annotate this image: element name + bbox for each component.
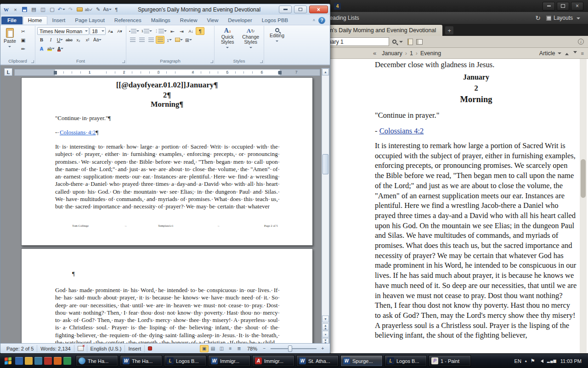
undo-icon[interactable]: ↶ xyxy=(57,6,65,13)
dialog-launcher-icon[interactable] xyxy=(260,60,263,63)
format-painter-button[interactable]: ✏ xyxy=(19,45,28,52)
select-browse-object-icon[interactable]: ● xyxy=(322,331,329,338)
line-spacing-button[interactable]: ↕ xyxy=(165,36,174,44)
strikethrough-button[interactable]: abe xyxy=(65,36,74,44)
close-document-icon[interactable]: × xyxy=(11,6,19,13)
align-center-button[interactable] xyxy=(137,36,146,44)
tab-logos-pbb[interactable]: Logos PBB xyxy=(257,17,293,24)
article-selector[interactable]: Article xyxy=(539,50,563,57)
previous-article-icon[interactable] xyxy=(565,51,569,55)
tab-devotional[interactable]: Spurgeon's Daily Morning and Evening Dev… xyxy=(330,25,442,36)
logos-minimize-button[interactable] xyxy=(543,2,555,11)
bold-button[interactable]: B xyxy=(37,36,46,44)
taskbar-window-button[interactable]: AImmigr... xyxy=(252,355,294,367)
decrease-indent-button[interactable]: ⇤ xyxy=(168,27,177,35)
zoom-slider-thumb[interactable] xyxy=(288,345,292,352)
info-icon[interactable]: i xyxy=(578,39,584,45)
grow-font-button[interactable]: A▴ xyxy=(106,27,115,35)
dialog-launcher-icon[interactable] xyxy=(122,60,125,63)
breadcrumb-month[interactable]: January xyxy=(381,50,403,57)
scrollbar-thumb[interactable] xyxy=(581,159,586,198)
web-layout-button[interactable]: ◫ xyxy=(217,345,226,352)
panel-icon[interactable] xyxy=(416,39,423,45)
quick-launch-icon[interactable] xyxy=(63,357,71,365)
taskbar-window-button[interactable]: WSt. Atha... xyxy=(296,355,339,367)
copy-button[interactable]: ▣ xyxy=(19,36,28,44)
right-indent-marker[interactable] xyxy=(278,71,282,75)
dialog-launcher-icon[interactable] xyxy=(210,60,213,63)
minimize-button[interactable] xyxy=(279,6,292,13)
volume-icon[interactable] xyxy=(539,359,543,363)
full-screen-reading-button[interactable]: ▤ xyxy=(209,345,217,352)
colossians-link[interactable]: Colossians 4:2 xyxy=(379,126,424,135)
taskbar-window-button[interactable]: WImmigr... xyxy=(208,355,250,367)
zoom-level[interactable]: 78% xyxy=(247,346,257,351)
shading-button[interactable] xyxy=(174,36,184,44)
formatting-marks-icon[interactable]: ¶ xyxy=(113,6,120,13)
scrollbar-thumb[interactable] xyxy=(322,154,328,174)
show-hidden-icons-icon[interactable]: ▴ xyxy=(525,359,527,363)
font-color-button[interactable]: A xyxy=(56,45,65,52)
underline-button[interactable]: U xyxy=(56,36,64,44)
draft-view-button[interactable]: ≣ xyxy=(235,345,243,352)
cut-button[interactable]: ✂ xyxy=(19,27,28,35)
open-icon[interactable] xyxy=(76,6,84,13)
document-page[interactable]: ¶ God· has· made· prominent· in· his· Wo… xyxy=(21,248,313,343)
spelling-grammar-icon[interactable]: ab✓ xyxy=(85,6,93,13)
help-icon[interactable]: ? xyxy=(318,17,325,24)
tab-developer[interactable]: Developer xyxy=(223,17,256,24)
tab-insert[interactable]: Insert xyxy=(48,17,70,24)
logos-close-button[interactable]: × xyxy=(571,2,583,11)
font-size-combo[interactable]: 18 xyxy=(90,27,106,35)
tab-page-layout[interactable]: Page Layout xyxy=(70,17,109,24)
reading-lists-menu[interactable]: Reading Lists xyxy=(330,15,359,21)
increase-indent-button[interactable]: ⇥ xyxy=(177,27,186,35)
tab-review[interactable]: Review xyxy=(175,17,202,24)
breadcrumb-day[interactable]: 1 xyxy=(409,50,414,57)
macro-record-button[interactable] xyxy=(145,345,155,352)
subscript-button[interactable]: x₂ xyxy=(74,36,83,44)
taskbar-window-button[interactable]: WThe Ha... xyxy=(120,355,162,367)
breadcrumb-section[interactable]: Evening xyxy=(419,50,442,57)
change-case-icon[interactable]: Aa xyxy=(103,6,111,13)
language-indicator[interactable]: EN xyxy=(514,358,521,364)
italic-button[interactable]: I xyxy=(46,36,55,44)
reference-input[interactable] xyxy=(330,37,389,46)
print-layout-view-button[interactable]: ▣ xyxy=(200,345,209,352)
word-logo-icon[interactable]: W xyxy=(2,6,10,13)
redo-icon[interactable]: ↷ xyxy=(67,6,74,13)
close-button[interactable]: × xyxy=(309,6,328,13)
justify-button[interactable] xyxy=(156,36,164,44)
change-case-button[interactable]: Aa xyxy=(92,36,102,44)
new-document-icon[interactable]: ▢ xyxy=(48,6,56,13)
font-name-combo[interactable]: Times New Roman xyxy=(37,27,89,35)
tab-selector[interactable]: L xyxy=(4,68,12,76)
next-page-icon[interactable]: ▼▼ xyxy=(322,338,329,343)
quick-styles-button[interactable]: Aa Quick Styles xyxy=(216,27,239,51)
bullets-button[interactable]: • xyxy=(128,27,140,35)
borders-button[interactable]: ⊞ xyxy=(184,36,193,44)
clock[interactable]: 11:03 PM xyxy=(560,358,582,364)
new-tab-button[interactable]: + xyxy=(445,26,453,34)
action-center-icon[interactable]: ⚑ xyxy=(531,358,535,364)
word-count[interactable]: Words: 2,134 xyxy=(37,345,74,352)
page-indicator[interactable]: Page: 2 of 5 xyxy=(3,345,37,352)
tab-file[interactable]: File xyxy=(1,17,23,24)
logos-scrollbar[interactable] xyxy=(580,59,587,353)
save-icon[interactable] xyxy=(21,6,28,13)
show-formatting-marks-button[interactable]: ¶ xyxy=(196,27,204,35)
search-button[interactable] xyxy=(392,39,404,45)
highlight-button[interactable]: ab xyxy=(46,45,56,52)
text-effects-button[interactable]: A xyxy=(37,45,46,52)
quick-launch-icon[interactable] xyxy=(25,357,33,365)
shrink-font-button[interactable]: A▾ xyxy=(115,27,124,35)
layouts-button[interactable]: Layouts xyxy=(546,15,582,21)
logos-maximize-button[interactable] xyxy=(557,2,569,11)
insert-mode[interactable]: Insert xyxy=(125,345,145,352)
sort-button[interactable]: A↓ xyxy=(187,27,195,35)
zoom-in-button[interactable]: + xyxy=(318,345,327,352)
align-left-button[interactable] xyxy=(128,36,137,44)
horizontal-ruler[interactable]: 1 2 3 4 5 6 7 xyxy=(14,69,320,76)
zoom-slider[interactable] xyxy=(271,348,317,349)
align-right-button[interactable] xyxy=(147,36,155,44)
